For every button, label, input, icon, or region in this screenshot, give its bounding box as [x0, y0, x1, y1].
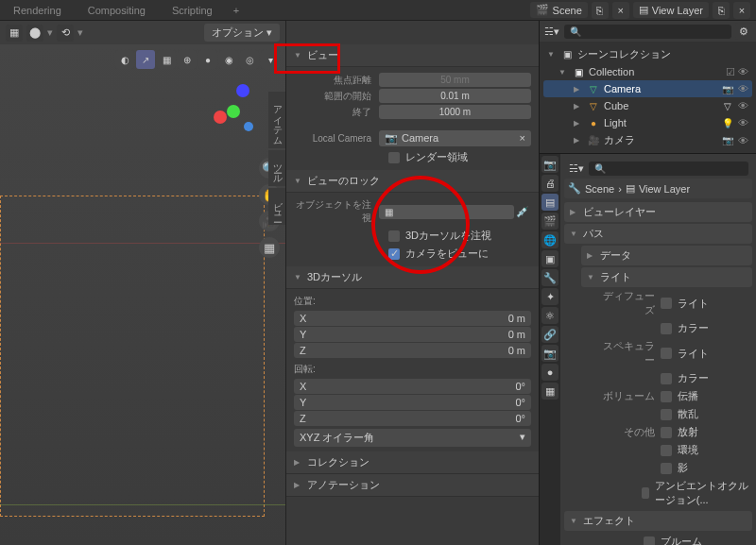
gizmo-toggle[interactable]: ↗ — [136, 50, 155, 69]
tab-scripting[interactable]: Scripting — [159, 1, 226, 20]
panel-view-header[interactable]: ▼ビュー — [286, 44, 539, 67]
tree-scene-collection[interactable]: ▼▣シーンコレクション — [543, 45, 752, 63]
tree-item-light[interactable]: ▶●Light💡👁 — [543, 114, 752, 131]
viewport-canvas[interactable]: ◐ ↗ ▦ ⊕ ● ◉ ◎ ▾ 🔍 ✋ 🎥 ▦ — [0, 44, 285, 545]
psec-pass[interactable]: ▼パス — [564, 224, 752, 244]
panel-collections-header[interactable]: ▶コレクション — [286, 451, 539, 474]
shade-matprev[interactable]: ◉ — [219, 50, 238, 69]
outliner-mode-button[interactable]: ☵▾ — [543, 23, 560, 40]
gizmo-x-axis[interactable] — [214, 111, 227, 124]
cursor-euler-mode[interactable]: XYZ オイラー角▾ — [294, 429, 531, 447]
editor-type-button[interactable]: ▦ — [6, 25, 23, 42]
gizmo-z-axis[interactable] — [236, 84, 249, 97]
panel-annotation-header[interactable]: ▶アノテーション — [286, 474, 539, 497]
props-search[interactable]: 🔍 — [589, 162, 748, 176]
3d-viewport[interactable]: ▦ ⬤ ▾ ⟲ ▾ オプション▾ ◐ ↗ ▦ ⊕ ● ◉ ◎ ▾ — [0, 21, 285, 545]
spec-color-chk[interactable] — [661, 373, 672, 384]
properties-editor: 📷 🖨 ▤ 🎬 🌐 ▣ 🔧 ✦ ⚛ 🔗 📷 ● ▦ ☵▾🔍 🔧Scene›▤Vi… — [540, 154, 756, 545]
mode-button[interactable]: ⬤ — [26, 25, 43, 42]
npanel-tab-view[interactable]: ビュー — [268, 188, 285, 225]
cursor-rot-label: 回転: — [294, 359, 531, 378]
ptab-world[interactable]: 🌐 — [541, 231, 558, 248]
shade-wire[interactable]: ⊕ — [178, 50, 197, 69]
ptab-material[interactable]: ● — [541, 364, 558, 381]
ptab-constraint[interactable]: 🔗 — [541, 326, 558, 343]
cursor-rot-x[interactable]: X0° — [294, 379, 531, 394]
ptab-texture[interactable]: ▦ — [541, 383, 558, 400]
eyedropper-icon[interactable]: 💉 — [514, 206, 531, 218]
ptab-physics[interactable]: ⚛ — [541, 307, 558, 324]
viewlayer-selector[interactable]: ▤View Layer — [633, 2, 709, 18]
emit-chk[interactable] — [661, 427, 672, 438]
add-workspace-button[interactable]: + — [226, 1, 247, 20]
ptab-modifier[interactable]: 🔧 — [541, 269, 558, 286]
psec-light[interactable]: ▼ライト — [581, 267, 752, 287]
clipend-field[interactable]: 1000 m — [379, 105, 531, 119]
panel-viewlock-header[interactable]: ▼ビューのロック — [286, 170, 539, 193]
ptab-output[interactable]: 🖨 — [541, 175, 558, 192]
ptab-scene[interactable]: 🎬 — [541, 213, 558, 230]
render-region-checkbox[interactable] — [388, 152, 400, 163]
gizmo-y-axis[interactable] — [227, 105, 240, 118]
focal-label: 焦点距離 — [294, 74, 379, 87]
viewport-header: ▦ ⬤ ▾ ⟲ ▾ オプション▾ — [0, 21, 285, 44]
tab-compositing[interactable]: Compositing — [75, 1, 159, 20]
cursor-loc-z[interactable]: Z0 m — [294, 343, 531, 358]
props-mode-button[interactable]: ☵▾ — [568, 160, 585, 177]
env-chk[interactable] — [661, 445, 672, 456]
tree-item-cube[interactable]: ▶▽Cube▽👁 — [543, 97, 752, 114]
cursor-loc-y[interactable]: Y0 m — [294, 327, 531, 342]
localcam-label: Local Camera — [294, 133, 379, 144]
diffuse-color-chk[interactable] — [661, 323, 672, 334]
cursor-rot-y[interactable]: Y0° — [294, 395, 531, 410]
ptab-object[interactable]: ▣ — [541, 250, 558, 267]
psec-viewlayer[interactable]: ▶ビューレイヤー — [564, 202, 752, 222]
shade-menu[interactable]: ▾ — [261, 50, 280, 69]
orientation-button[interactable]: ⟲ — [57, 25, 74, 42]
tab-rendering[interactable]: Rendering — [0, 1, 75, 20]
viewlayer-delete-button[interactable]: × — [733, 2, 750, 19]
vol-scatter-chk[interactable] — [661, 409, 672, 420]
shade-render[interactable]: ◎ — [240, 50, 259, 69]
psec-data[interactable]: ▶データ — [581, 246, 752, 265]
localcam-field[interactable]: 📷Camera× — [379, 130, 531, 146]
lock-obj-field[interactable]: ▦ — [379, 205, 514, 219]
spec-light-chk[interactable] — [661, 348, 672, 359]
shadow-chk[interactable] — [661, 463, 672, 474]
psec-effect[interactable]: ▼エフェクト — [564, 511, 752, 531]
tree-item-kamera[interactable]: ▶🎥カメラ📷👁 — [543, 131, 752, 149]
lock-camera-label: カメラをビューに — [405, 247, 489, 261]
ptab-viewlayer[interactable]: ▤ — [541, 194, 558, 211]
npanel-tab-tool[interactable]: ツール — [268, 150, 285, 186]
ptab-particle[interactable]: ✦ — [541, 288, 558, 305]
lock-camera-checkbox[interactable]: ✓ — [388, 248, 400, 260]
shade-solid[interactable]: ● — [198, 50, 217, 69]
tree-item-camera[interactable]: ▶▽Camera📷👁 — [543, 80, 752, 97]
ao-chk[interactable] — [642, 487, 649, 499]
viewlayer-new-button[interactable]: ⎘ — [713, 2, 730, 19]
options-dropdown[interactable]: オプション▾ — [204, 24, 280, 42]
nav-gizmo[interactable] — [210, 82, 266, 139]
perspective-button[interactable]: ▦ — [259, 237, 280, 258]
bloom-chk[interactable] — [644, 536, 655, 546]
xray-toggle[interactable]: ▦ — [157, 50, 176, 69]
scene-selector[interactable]: 🎬Scene — [530, 2, 588, 18]
npanel-tab-item[interactable]: アイテム — [268, 92, 285, 148]
clipstart-field[interactable]: 0.01 m — [379, 89, 531, 103]
overlay-toggle[interactable]: ◐ — [115, 50, 134, 69]
scene-new-button[interactable]: ⎘ — [592, 2, 609, 19]
panel-3dcursor-header[interactable]: ▼3Dカーソル — [286, 266, 539, 289]
cursor-loc-x[interactable]: X0 m — [294, 311, 531, 326]
diffuse-light-chk[interactable] — [661, 298, 672, 309]
focal-field[interactable]: 50 mm — [379, 73, 531, 87]
gizmo-neg-axis[interactable] — [244, 122, 253, 131]
outliner-filter-button[interactable]: ⚙ — [735, 23, 752, 40]
outliner-search[interactable]: 🔍 — [564, 25, 731, 39]
tree-collection[interactable]: ▼▣Collection☑ 👁 — [543, 63, 752, 80]
lock-3dcursor-checkbox[interactable] — [388, 230, 400, 242]
cursor-rot-z[interactable]: Z0° — [294, 411, 531, 426]
scene-delete-button[interactable]: × — [612, 2, 629, 19]
ptab-render[interactable]: 📷 — [541, 156, 558, 173]
vol-trans-chk[interactable] — [661, 391, 672, 402]
ptab-data[interactable]: 📷 — [541, 345, 558, 362]
